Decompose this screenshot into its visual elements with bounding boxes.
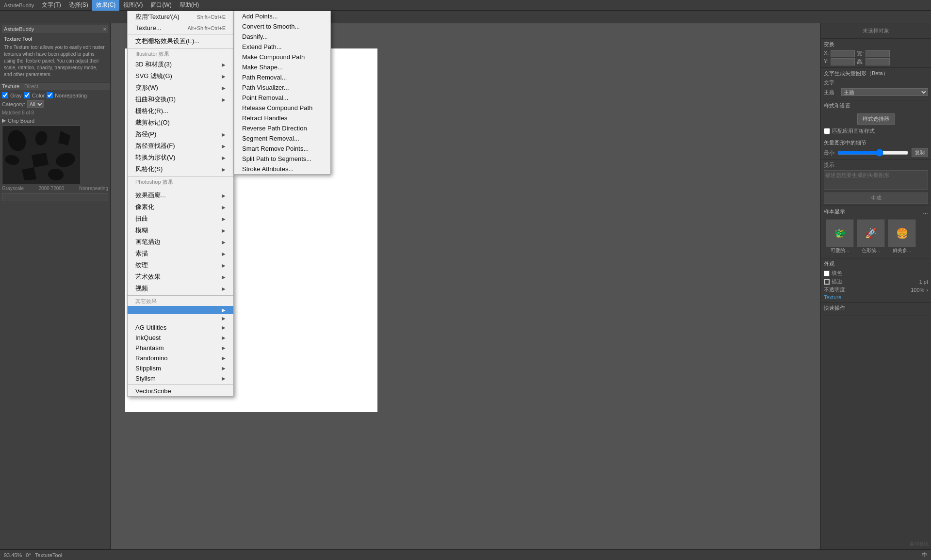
crop-marks-item[interactable]: 裁剪标记(O) [128,117,233,128]
style-selector-btn[interactable]: 样式选择器 [857,113,895,125]
svg-filter-item[interactable]: SVG 滤镜(G) ▶ [128,70,233,82]
distort2-item[interactable]: 像素化 ▶ [128,201,233,213]
transform-xy: X: 宽: [824,50,928,57]
stylize-item[interactable]: 风格化(S) ▶ [128,163,233,175]
h-input[interactable] [866,58,890,65]
menu-help[interactable]: 帮助(H) [176,0,203,11]
convert-shape-item[interactable]: 转换为形状(V) ▶ [128,152,233,163]
extend-path-item[interactable]: Extend Path... [234,42,330,52]
texture-panel: Texture Direct Gray Color Nonrepeating C… [0,82,110,549]
path-removal-item[interactable]: Path Removal... [234,72,330,82]
release-compound-item[interactable]: Release Compound Path [234,103,330,113]
stroke-attributes-item[interactable]: Stroke Attributes... [234,164,330,174]
stylism-item[interactable]: Randomino ▶ [128,353,233,363]
y-input[interactable] [831,58,855,65]
appearance-section: 外观 填色 描边 1 pt 不透明度 100% › Texture [821,258,931,303]
path-visualizer-item[interactable]: Path Visualizer... [234,82,330,93]
chip-board-item[interactable]: ▶ Chip Board [2,117,108,124]
color-checkbox[interactable] [24,92,30,98]
menu-items: 文字(T) 选择(S) 效果(C) 视图(V) 窗口(W) 帮助(H) [38,0,203,11]
generate-btn[interactable]: 生成 [824,192,928,204]
theme-select[interactable]: 主题 [841,88,928,96]
prompt-textarea[interactable] [824,170,928,190]
retract-handles-item[interactable]: Retract Handles [234,113,330,123]
video-item[interactable]: 艺术效果 ▶ [128,271,233,283]
distort-item[interactable]: 扭曲和变换(D) ▶ [128,94,233,105]
phantasm-item[interactable]: AG Utilities ▶ [128,322,233,333]
sample-name-2: 鲜美多... [888,247,916,254]
randomino-item[interactable]: InkQuest ▶ [128,333,233,343]
apply-texture-item[interactable]: 应用'Texture'(A) Shift+Ctrl+E [128,11,233,23]
doc-raster-item[interactable]: 文档栅格效果设置(E)... [128,35,233,47]
texturino-item[interactable]: Stipplism ▶ [128,363,233,373]
menu-select[interactable]: 选择(S) [65,0,92,11]
add-points-item[interactable]: Add Points... [234,11,330,21]
vectorscribe-item[interactable]: Stylism ▶ [128,373,233,384]
ag-utilities-item[interactable]: ▶ [128,306,233,314]
menu-window[interactable]: 窗口(W) [147,0,175,11]
brush-strokes-item[interactable]: 模糊 ▶ [128,224,233,236]
menu-text[interactable]: 文字(T) [38,0,65,11]
stroke-swatch[interactable] [824,279,830,285]
nonrepeating-checkbox[interactable] [47,92,53,98]
segment-removal-item[interactable]: Segment Removal... [234,133,330,144]
rasterize-item[interactable]: 栅格化(R)... [128,105,233,117]
3d-item[interactable]: 3D 和材质(3) ▶ [128,59,233,70]
sample-item-0[interactable]: 🐲 可爱的... [826,219,854,254]
reverse-direction-item[interactable]: Reverse Path Direction [234,123,330,133]
dashify-item[interactable]: Dashify... [234,32,330,42]
blur-item[interactable]: 扭曲 ▶ [128,213,233,224]
effects-dropdown: 应用'Texture'(A) Shift+Ctrl+E Texture... A… [127,11,234,397]
vector-smooth-section: 矢量图形中的细节 最小 复制 [821,137,931,160]
convert-smooth-item[interactable]: Convert to Smooth... [234,21,330,32]
current-texture-input[interactable] [2,193,108,201]
stylize2-item[interactable]: 视频 ▶ [128,283,233,294]
x-input[interactable] [831,50,855,57]
duplicate-btn[interactable]: 复制 [912,148,928,157]
make-compound-item[interactable]: Make Compound Path [234,52,330,62]
opacity-expand-icon[interactable]: › [926,287,928,293]
path-item[interactable]: 路径(P) ▶ [128,128,233,140]
texture-effect-label[interactable]: Texture [824,294,928,300]
gray-checkbox[interactable] [2,92,8,98]
sep1 [128,34,233,34]
live-effect-explorer-item[interactable]: VectorScribe [128,386,233,396]
inkquest-item[interactable]: ▶ [128,314,233,322]
opacity-row: 不透明度 100% › [824,286,928,293]
samples-more-icon[interactable]: … [923,209,928,215]
split-path-item[interactable]: Split Path to Segments... [234,154,330,164]
point-removal-item[interactable]: Point Removal... [234,93,330,103]
smooth-slider[interactable] [837,149,909,157]
artistic-item[interactable]: 纹理 ▶ [128,259,233,271]
tool-name-status: TextureTool [35,552,922,558]
texture-panel-title: Texture [2,83,19,89]
menu-effects[interactable]: 效果(C) [92,0,120,11]
illustrator-section: Illustrator 效果 [128,49,233,59]
pixelate-item[interactable]: 效果画廊... ▶ [128,190,233,201]
prompt-label: 提示 [824,161,928,169]
texture-item[interactable]: Texture... Alt+Shift+Ctrl+E [128,23,233,33]
pathfinder-item[interactable]: 路径查找器(F) ▶ [128,140,233,152]
astute-panel-title: AstuteBuddy [4,26,34,32]
sample-item-1[interactable]: 🚀 色彩缤... [857,219,885,254]
make-shape-item[interactable]: Make Shape... [234,62,330,72]
text-row: 文字 [824,79,928,86]
match-template-checkbox[interactable] [824,128,830,134]
astute-close-icon[interactable]: × [103,26,106,32]
grayscale-label: Grayscale [2,186,24,191]
sep3 [128,176,233,176]
tool-name: Texture Tool [4,36,106,43]
fill-swatch[interactable] [824,271,830,276]
stipplism-item[interactable]: Phantasm ▶ [128,343,233,353]
nonrepeating-label: Nonrepeating [55,93,87,98]
texture-info: Grayscale 2000 72000 Nonrepeating [2,186,108,191]
warp-item[interactable]: 变形(W) ▶ [128,82,233,94]
sketch-item[interactable]: 画笔描边 ▶ [128,236,233,248]
category-select[interactable]: All [27,100,44,108]
smart-remove-item[interactable]: Smart Remove Points... [234,144,330,154]
texture2-item[interactable]: 素描 ▶ [128,248,233,259]
w-input[interactable] [866,50,890,57]
style-selector-row: 样式选择器 [824,112,928,127]
menu-view[interactable]: 视图(V) [119,0,147,11]
sample-item-2[interactable]: 🍔 鲜美多... [888,219,916,254]
